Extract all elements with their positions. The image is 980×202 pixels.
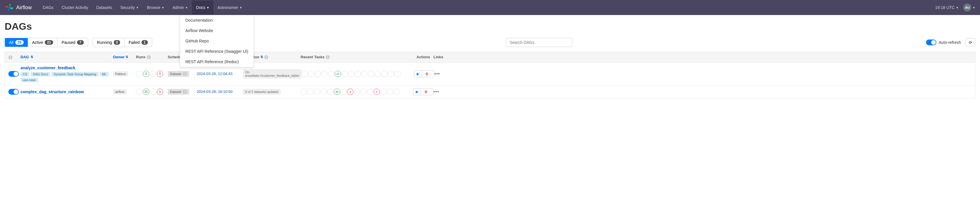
tag[interactable]: Dynamic Task Group Mapping <box>51 72 99 76</box>
nav-browse[interactable]: Browse▼ <box>143 1 169 14</box>
caret-down-icon: ▼ <box>207 6 209 9</box>
col-dag[interactable]: DAG⇅ <box>21 55 113 59</box>
next-run-badge[interactable]: 0 of 2 datasets updated <box>243 89 281 95</box>
task-circle[interactable] <box>374 71 381 77</box>
tag[interactable]: CS <box>21 72 29 76</box>
run-circle-success[interactable]: 2 <box>143 71 149 77</box>
filter-all[interactable]: All28 <box>5 38 28 47</box>
time-display[interactable]: 19:18 UTC▼ <box>935 5 959 10</box>
docs-swagger[interactable]: REST API Reference (Swagger UI) <box>180 46 253 57</box>
col-runs: Runs i <box>136 55 168 59</box>
filter-active[interactable]: Active21 <box>28 38 57 47</box>
nav-right: 19:18 UTC▼ AU ▼ <box>935 3 975 11</box>
task-circle-upstream[interactable]: 1 <box>374 89 380 95</box>
task-circle[interactable] <box>301 71 308 77</box>
logo[interactable]: Airflow <box>5 3 32 12</box>
tag[interactable]: DAG Docs <box>30 72 50 76</box>
task-circle[interactable] <box>355 71 361 77</box>
nav-datasets[interactable]: Datasets <box>92 1 116 14</box>
logo-text: Airflow <box>16 5 32 11</box>
task-circle[interactable] <box>328 71 334 77</box>
next-run-badge[interactable]: On snowflake://customer_feedback_table/ <box>243 69 301 78</box>
user-menu[interactable]: AU ▼ <box>963 3 975 11</box>
auto-refresh-toggle[interactable] <box>926 40 936 45</box>
task-circle[interactable] <box>301 89 307 95</box>
filter-running[interactable]: Running0 <box>93 38 125 47</box>
dag-name-link[interactable]: analyze_customer_feedback <box>21 65 75 70</box>
docs-github-repo[interactable]: GitHub Repo <box>180 36 253 46</box>
task-circle[interactable] <box>320 89 327 95</box>
trigger-button[interactable]: ▶ <box>414 71 422 77</box>
tag[interactable]: use-case <box>21 78 38 82</box>
task-circle[interactable] <box>368 71 374 77</box>
filter-paused[interactable]: Paused7 <box>57 38 88 47</box>
filter-failed[interactable]: Failed1 <box>124 38 152 47</box>
task-circle[interactable] <box>327 89 334 95</box>
schedule-badge[interactable]: Dataseti <box>168 89 189 95</box>
task-circle[interactable] <box>360 89 367 95</box>
task-circle[interactable] <box>341 71 348 77</box>
run-circle[interactable] <box>150 71 156 77</box>
run-circle-success[interactable]: 11 <box>143 89 149 95</box>
dag-name-link[interactable]: complex_dag_structure_rainbow <box>21 89 84 94</box>
task-circle[interactable] <box>393 89 400 95</box>
nav-dags[interactable]: DAGs <box>39 1 57 14</box>
dag-toggle[interactable] <box>8 89 19 95</box>
task-circle[interactable] <box>315 71 321 77</box>
docs-redoc[interactable]: REST API Reference (Redoc) <box>180 57 253 67</box>
task-circle[interactable] <box>367 89 373 95</box>
last-run-link[interactable]: 2024-03-28, 12:04:43 <box>197 72 232 76</box>
caret-down-icon: ▼ <box>136 6 139 9</box>
task-circle-success[interactable]: 31 <box>334 89 340 95</box>
task-circle[interactable] <box>321 71 328 77</box>
task-circle[interactable] <box>314 89 320 95</box>
nav-docs[interactable]: Docs▼ <box>192 1 213 14</box>
dag-table: i DAG⇅ Owner⇅ Runs i Schedule Last Run ⇅… <box>5 52 975 99</box>
task-circle[interactable] <box>381 71 388 77</box>
run-circle[interactable] <box>136 89 142 95</box>
table-header: i DAG⇅ Owner⇅ Runs i Schedule Last Run ⇅… <box>5 52 975 63</box>
last-run-link[interactable]: 2024-03-28, 18:10:50 <box>197 89 232 94</box>
dag-toggle[interactable] <box>8 71 19 77</box>
nav-astronomer[interactable]: Astronomer▼ <box>213 1 246 14</box>
task-circle[interactable] <box>361 71 368 77</box>
trigger-button[interactable]: ▶ <box>414 89 421 95</box>
info-icon: i <box>183 90 187 94</box>
links-menu[interactable]: ••• <box>433 89 439 94</box>
paused-count: 7 <box>77 40 84 45</box>
task-circle[interactable] <box>308 71 315 77</box>
run-circle-failed[interactable]: 1 <box>157 71 163 77</box>
search-input[interactable] <box>506 38 572 47</box>
task-circle[interactable] <box>307 89 313 95</box>
task-circle[interactable] <box>387 89 393 95</box>
task-circle[interactable] <box>354 89 360 95</box>
owner-label[interactable]: Pakkun <box>113 71 128 76</box>
schedule-badge[interactable]: Dataseti <box>168 71 189 77</box>
delete-button[interactable]: 🗑 <box>423 71 431 77</box>
run-circle[interactable] <box>136 71 142 77</box>
filter-bar: All28 Active21 Paused7 Running0 Failed1 … <box>5 38 975 47</box>
task-circle[interactable] <box>348 71 354 77</box>
task-circle[interactable] <box>395 71 401 77</box>
run-circle[interactable] <box>150 89 156 95</box>
tag[interactable]: ML <box>100 72 108 76</box>
task-circle[interactable] <box>388 71 394 77</box>
task-circle[interactable] <box>380 89 387 95</box>
nav-security[interactable]: Security▼ <box>116 1 143 14</box>
delete-button[interactable]: 🗑 <box>422 89 430 95</box>
col-owner[interactable]: Owner⇅ <box>113 55 136 59</box>
docs-airflow-website[interactable]: Airflow Website <box>180 25 253 36</box>
links-menu[interactable]: ••• <box>434 71 440 76</box>
owner-label[interactable]: airflow <box>113 89 127 94</box>
docs-documentation[interactable]: Documentation <box>180 15 253 25</box>
task-circle-failed[interactable]: 1 <box>347 89 353 95</box>
nav-cluster-activity[interactable]: Cluster Activity <box>57 1 92 14</box>
caret-down-icon: ▼ <box>239 6 242 9</box>
nav-admin[interactable]: Admin▼ <box>169 1 192 14</box>
refresh-button[interactable]: ⟳ <box>966 38 975 47</box>
run-circle-failed[interactable]: 1 <box>157 89 163 95</box>
page-content: DAGs All28 Active21 Paused7 Running0 Fai… <box>0 15 980 104</box>
task-circle[interactable] <box>340 89 347 95</box>
action-buttons: ▶ 🗑 <box>413 88 433 95</box>
task-circle-success[interactable]: 17 <box>335 71 341 77</box>
